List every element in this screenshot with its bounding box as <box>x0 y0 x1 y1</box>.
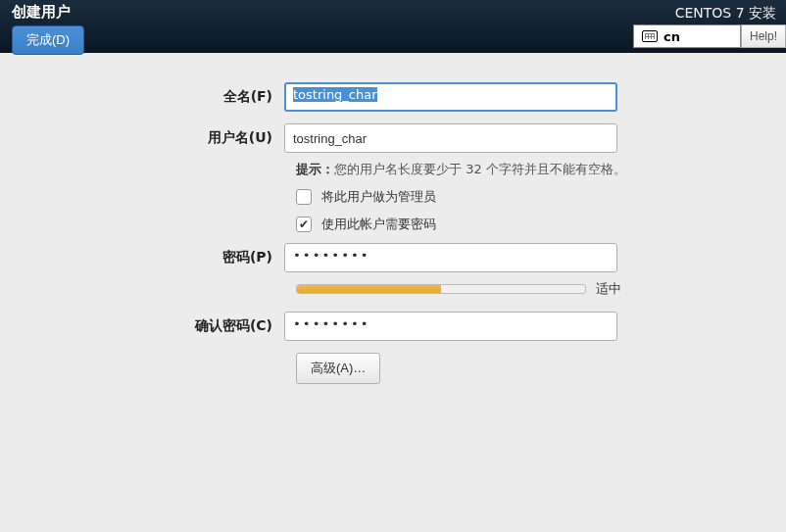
keyboard-layout-indicator[interactable]: cn <box>633 24 741 48</box>
password-strength-bar <box>296 284 586 294</box>
keyboard-icon <box>642 30 658 42</box>
username-input[interactable] <box>284 123 617 153</box>
fullname-value: tostring_char <box>293 87 377 102</box>
password-strength-row: 适中 <box>296 280 747 298</box>
admin-checkbox-row: 将此用户做为管理员 <box>296 188 747 206</box>
fullname-label: 全名(F) <box>39 88 284 106</box>
require-password-row: 使用此帐户需要密码 <box>296 216 747 233</box>
confirm-password-input[interactable]: •••••••• <box>284 312 617 341</box>
confirm-password-label: 确认密码(C) <box>39 317 284 335</box>
password-strength-fill <box>297 285 441 293</box>
done-button[interactable]: 完成(D) <box>12 25 84 55</box>
header-left: 创建用户 完成(D) <box>8 3 84 53</box>
password-label: 密码(P) <box>39 249 284 266</box>
password-mask: •••••••• <box>293 248 370 263</box>
confirm-password-mask: •••••••• <box>293 316 370 331</box>
installer-header: 创建用户 完成(D) CENTOS 7 安装 cn Help! <box>0 0 786 53</box>
keyboard-layout-label: cn <box>663 29 680 44</box>
fullname-input[interactable]: tostring_char <box>284 82 617 112</box>
page-title: 创建用户 <box>8 3 84 22</box>
header-right-row: cn Help! <box>633 24 786 48</box>
install-title: CENTOS 7 安装 <box>675 5 786 23</box>
username-hint: 提示：您的用户名长度要少于 32 个字符并且不能有空格。 <box>296 161 747 178</box>
admin-checkbox[interactable] <box>296 189 312 205</box>
username-label: 用户名(U) <box>39 129 284 147</box>
user-form: 全名(F) tostring_char 用户名(U) 提示：您的用户名长度要少于… <box>0 53 786 404</box>
require-password-label: 使用此帐户需要密码 <box>321 216 436 233</box>
admin-checkbox-label: 将此用户做为管理员 <box>321 188 436 206</box>
username-row: 用户名(U) <box>39 123 747 153</box>
fullname-row: 全名(F) tostring_char <box>39 82 747 112</box>
advanced-button[interactable]: 高级(A)… <box>296 353 380 384</box>
hint-text: 您的用户名长度要少于 32 个字符并且不能有空格。 <box>334 162 626 176</box>
hint-prefix: 提示： <box>296 162 334 176</box>
require-password-checkbox[interactable] <box>296 217 312 232</box>
header-right: CENTOS 7 安装 cn Help! <box>633 3 786 53</box>
password-strength-label: 适中 <box>596 280 621 298</box>
password-input[interactable]: •••••••• <box>284 243 617 272</box>
confirm-password-row: 确认密码(C) •••••••• <box>39 312 747 341</box>
password-row: 密码(P) •••••••• <box>39 243 747 272</box>
help-button[interactable]: Help! <box>741 24 786 48</box>
